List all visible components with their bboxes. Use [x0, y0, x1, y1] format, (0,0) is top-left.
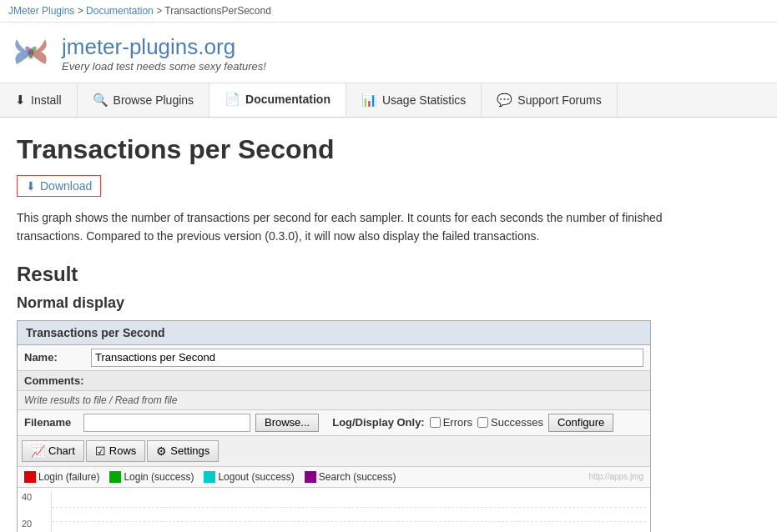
breadcrumb: JMeter Plugins > Documentation > Transac…: [0, 0, 777, 23]
errors-checkbox-group: Errors: [430, 416, 472, 429]
y-label-20: 20: [22, 519, 32, 529]
chart-tab-label: Chart: [48, 444, 75, 457]
log-display-label: Log/Display Only:: [332, 416, 425, 429]
site-title: jmeter-plugins.org: [62, 34, 266, 60]
chart-file-label: Write results to file / Read from file: [24, 394, 177, 406]
legend-color-search-success: [305, 471, 316, 483]
documentation-icon: 📄: [225, 92, 240, 107]
log-display-area: Log/Display Only: Errors Successes Confi…: [332, 414, 613, 432]
legend-search-success: Search (success): [305, 471, 396, 483]
normal-display-heading: Normal display: [17, 294, 760, 312]
page-description: This graph shows the number of transacti…: [17, 208, 684, 246]
legend-label-login-success: Login (success): [124, 471, 194, 483]
errors-label: Errors: [443, 416, 472, 429]
nav-usage-label: Usage Statistics: [382, 93, 466, 107]
nav-install-label: Install: [31, 93, 62, 107]
svg-point-1: [28, 48, 33, 58]
legend-color-login-failure: [24, 471, 36, 483]
tab-rows[interactable]: ☑ Rows: [86, 440, 146, 462]
chart-grid: [51, 492, 646, 532]
site-tagline: Every load test needs some sexy features…: [62, 60, 266, 73]
rows-tab-label: Rows: [109, 444, 137, 457]
nav-documentation[interactable]: 📄 Documentation: [209, 83, 346, 117]
legend-color-logout-success: [204, 471, 215, 483]
breadcrumb-sep2: >: [156, 5, 164, 17]
legend-logout-success: Logout (success): [204, 471, 294, 483]
breadcrumb-documentation[interactable]: Documentation: [86, 5, 154, 17]
chart-plot-area: 40 20: [18, 488, 650, 532]
legend-color-login-success: [109, 471, 121, 483]
main-nav: ⬇ Install 🔍 Browse Plugins 📄 Documentati…: [0, 83, 777, 118]
chart-name-input[interactable]: [91, 349, 643, 367]
nav-documentation-label: Documentation: [245, 93, 330, 106]
chart-tab-icon: 📈: [31, 444, 45, 458]
successes-checkbox-group: Successes: [477, 416, 543, 429]
site-title-area: jmeter-plugins.org Every load test needs…: [62, 34, 266, 73]
download-icon: ⬇: [26, 179, 36, 193]
logo-area: jmeter-plugins.org Every load test needs…: [8, 31, 266, 76]
errors-checkbox[interactable]: [430, 417, 441, 428]
usage-icon: 📊: [361, 93, 377, 108]
legend-login-success: Login (success): [109, 471, 194, 483]
successes-label: Successes: [491, 416, 543, 429]
nav-usage[interactable]: 📊 Usage Statistics: [346, 83, 482, 117]
chart-legend: Login (failure) Login (success) Logout (…: [18, 467, 650, 488]
install-icon: ⬇: [15, 93, 26, 108]
legend-label-login-failure: Login (failure): [38, 471, 99, 483]
legend-label-logout-success: Logout (success): [218, 471, 294, 483]
download-button[interactable]: ⬇ Download: [17, 175, 101, 197]
main-content: Transactions per Second ⬇ Download This …: [0, 118, 777, 532]
chart-comments-row: Comments:: [18, 371, 650, 391]
nav-install[interactable]: ⬇ Install: [0, 83, 78, 117]
nav-browse[interactable]: 🔍 Browse Plugins: [78, 83, 210, 117]
tab-chart[interactable]: 📈 Chart: [22, 440, 84, 462]
configure-button[interactable]: Configure: [548, 414, 613, 432]
page-title: Transactions per Second: [17, 134, 760, 165]
chart-container: Transactions per Second Name: Comments: …: [17, 320, 651, 532]
chart-file-row: Write results to file / Read from file: [18, 391, 650, 410]
watermark: http://apps.jmg: [588, 472, 643, 481]
nav-support[interactable]: 💬 Support Forums: [482, 83, 617, 117]
legend-label-search-success: Search (success): [319, 471, 396, 483]
rows-tab-icon: ☑: [95, 444, 106, 458]
chart-name-label: Name:: [24, 351, 91, 364]
filename-label: Filename: [24, 416, 78, 429]
chart-y-labels: 40 20: [22, 492, 32, 532]
site-header: jmeter-plugins.org Every load test needs…: [0, 23, 777, 83]
filename-input[interactable]: [83, 414, 250, 432]
nav-support-label: Support Forums: [517, 93, 601, 107]
tab-settings[interactable]: ⚙ Settings: [147, 440, 219, 462]
chart-comments-label: Comments:: [24, 374, 84, 387]
chart-filename-row: Filename Browse... Log/Display Only: Err…: [18, 410, 650, 436]
result-heading: Result: [17, 263, 760, 286]
breadcrumb-sep1: >: [78, 5, 86, 17]
browse-icon: 🔍: [93, 93, 108, 108]
site-logo: [8, 31, 53, 76]
breadcrumb-current: TransactionsPerSecond: [164, 5, 271, 17]
grid-line-1: [52, 507, 646, 508]
chart-title: Transactions per Second: [18, 321, 650, 345]
y-label-40: 40: [22, 492, 32, 502]
grid-line-2: [52, 521, 646, 522]
successes-checkbox[interactable]: [477, 417, 488, 428]
settings-tab-icon: ⚙: [156, 444, 167, 458]
chart-name-row: Name:: [18, 345, 650, 371]
legend-login-failure: Login (failure): [24, 471, 99, 483]
chart-tabs: 📈 Chart ☑ Rows ⚙ Settings: [18, 436, 650, 467]
download-label: Download: [40, 179, 92, 193]
breadcrumb-jmeter-plugins[interactable]: JMeter Plugins: [8, 5, 74, 17]
settings-tab-label: Settings: [170, 444, 209, 457]
browse-button[interactable]: Browse...: [255, 414, 319, 432]
support-icon: 💬: [497, 93, 512, 108]
nav-browse-label: Browse Plugins: [114, 93, 194, 107]
